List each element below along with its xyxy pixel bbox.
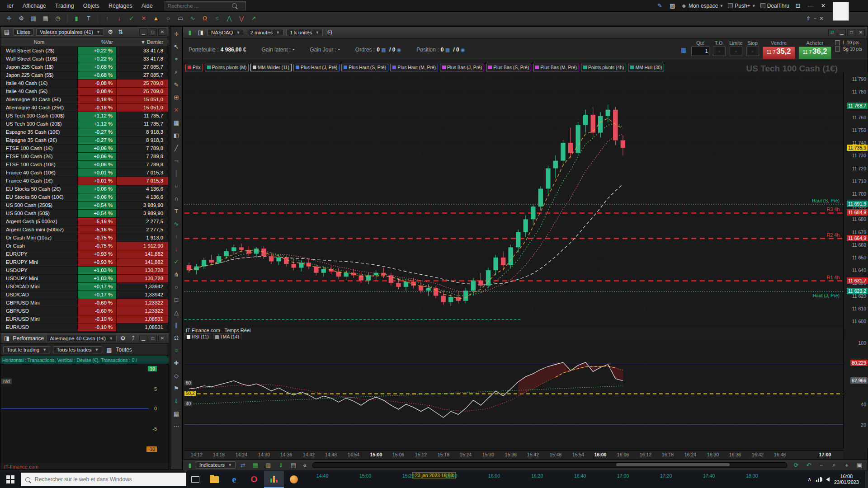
volume-icon[interactable]	[826, 477, 830, 482]
menu-item-trading[interactable]: Trading	[51, 1, 79, 10]
push-toggle[interactable]: Push+ ▼	[728, 3, 755, 9]
watchlist-row[interactable]: USD/CAD+0,17 %1,33942	[0, 291, 169, 299]
quantity-input[interactable]	[691, 47, 709, 56]
rect-icon[interactable]: ▭	[175, 14, 186, 23]
zoom-in-icon[interactable]: +	[841, 460, 852, 470]
triangle-tool-icon[interactable]: △	[171, 306, 182, 319]
watchlist-row[interactable]: France 40 Cash (10€)+0,01 %7 015,3	[0, 169, 169, 177]
watchlist-row[interactable]: EUR/JPY+0,93 %141,882	[0, 250, 169, 258]
watchlist-row[interactable]: Italie 40 Cash (5€)-0,08 %25 709,0	[0, 88, 169, 96]
indicator-chip[interactable]: MM Hull (30)	[628, 64, 664, 71]
buy-button[interactable]: 11 736,2	[799, 47, 831, 59]
fullscreen-icon[interactable]: ▣	[854, 460, 865, 470]
indicator-chip[interactable]: MM Wilder (11)	[250, 64, 292, 71]
taskbar-search[interactable]	[21, 473, 186, 486]
column-nom[interactable]: Nom	[0, 39, 78, 45]
workspace-menu[interactable]: ☻ Mon espace ▼	[681, 3, 723, 9]
watchlist-row[interactable]: US Tech 100 Cash (100$)+1,12 %11 735,7	[0, 112, 169, 120]
zoom-out-icon[interactable]: −	[816, 460, 827, 470]
columns-icon[interactable]: ▥	[28, 14, 39, 23]
grid-tool-icon[interactable]: ▦	[171, 116, 182, 129]
position-eye-icon[interactable]: ◉	[461, 47, 465, 52]
watchlist-row[interactable]: US Tech 100 Cash (20$)+1,12 %11 735,7	[0, 120, 169, 128]
start-button[interactable]	[0, 471, 21, 488]
price-axis[interactable]: 11 60011 61011 62011 63011 64011 65011 6…	[843, 73, 868, 449]
pencil-tool-icon[interactable]: ✎	[171, 78, 182, 91]
x-icon[interactable]: ✕	[138, 14, 149, 23]
orders-list-icon[interactable]: ▦	[381, 47, 386, 52]
more-tool-icon[interactable]: ⋯	[171, 420, 182, 432]
watchlist-row[interactable]: FTSE 100 Cash (1€)+0,06 %7 789,8	[0, 145, 169, 153]
watchlist-row[interactable]: US 500 Cash (250$)+0,54 %3 989,90	[0, 202, 169, 210]
minimize-icon[interactable]: ▁	[139, 335, 147, 342]
info-icon[interactable]: ⊡	[326, 29, 334, 36]
menu-item-objets[interactable]: Objets	[79, 1, 104, 10]
watchlist-row[interactable]: Allemagne 40 Cash (5€)-0,18 %15 051,0	[0, 96, 169, 104]
watchlist-header[interactable]: Nom %Var ▼ Dernier	[0, 38, 169, 47]
instrument-dropdown[interactable]: Allemagne 40 Cash (1€)▼	[46, 335, 117, 342]
menu-search-input[interactable]	[167, 3, 232, 9]
watchlist-row[interactable]: Allemagne 40 Cash (25€)-0,18 %15 051,0	[0, 104, 169, 112]
fibonacci-tool-icon[interactable]: ≡	[171, 179, 182, 192]
column-var[interactable]: %Var	[78, 39, 117, 45]
menu-item-aide[interactable]: Aide	[137, 1, 157, 10]
orders-eye-icon[interactable]: ◉	[397, 47, 401, 52]
trading-filter-dropdown[interactable]: Tout le trading▼	[3, 346, 50, 353]
ellipse-icon[interactable]: ○	[163, 14, 174, 23]
watchlist-row[interactable]: GBP/USD-0,60 %1,23322	[0, 307, 169, 315]
text-tool-icon[interactable]: T	[171, 205, 182, 217]
indicator-chip[interactable]: Plus Bas (J, Pré)	[440, 64, 484, 71]
ellipse-tool-icon[interactable]: ○	[171, 281, 182, 293]
to-button[interactable]: ▫	[713, 47, 726, 56]
indicator-chip[interactable]: Points pivots (M)	[205, 64, 249, 71]
wrench-icon[interactable]: ⚙	[106, 28, 114, 35]
download-icon[interactable]: ⇓	[275, 460, 286, 470]
l-checkbox[interactable]	[835, 40, 840, 45]
app-file-explorer[interactable]	[204, 471, 224, 488]
close-icon[interactable]: ✕	[819, 15, 824, 22]
move-tool-icon[interactable]: ✛	[171, 28, 182, 40]
link-icon[interactable]: ⇄	[828, 29, 836, 36]
filter-icon[interactable]: ⇅	[117, 28, 125, 35]
watchlist-row[interactable]: Japon 225 Cash (5$)+0,68 %27 085,7	[0, 71, 169, 80]
stop-button[interactable]: ▫	[746, 47, 759, 56]
copy-tool-icon[interactable]: ⊞	[171, 91, 182, 103]
scrollbar-thumb[interactable]	[616, 463, 730, 466]
task-view-button[interactable]	[186, 471, 204, 488]
arrow-down-icon[interactable]: ↓	[114, 14, 125, 23]
share-icon[interactable]: ⤴	[129, 335, 137, 342]
watchlist-row[interactable]: Wall Street Cash (10$)+0,22 %33 417,8	[0, 55, 169, 63]
palette-icon[interactable]: ▨	[668, 2, 676, 9]
cursor-tool-icon[interactable]: ↖	[171, 40, 182, 53]
candles-icon[interactable]: ▮	[71, 14, 82, 23]
link-icon[interactable]: ⇄	[237, 460, 248, 470]
position-list-icon[interactable]: ▦	[445, 47, 450, 52]
taskbar-search-input[interactable]	[34, 476, 171, 483]
clock[interactable]: 16:08 23/01/2023	[834, 474, 859, 485]
watchlist-row[interactable]: France 40 Cash (1€)+0,01 %7 015,3	[0, 177, 169, 185]
dates-filter-label[interactable]: Toutes	[116, 347, 132, 353]
timeframe-dropdown[interactable]: 2 minutes▼	[247, 29, 284, 36]
limit-button[interactable]: ▫	[730, 47, 742, 56]
app-edge[interactable]: e	[224, 471, 244, 488]
rsi-chart[interactable]: 6050,240	[184, 339, 843, 449]
window-restore-icon[interactable]: ⊡	[794, 2, 802, 9]
layout-icon[interactable]: ▤	[288, 460, 299, 470]
watchlist-row[interactable]: EU Stocks 50 Cash (2€)+0,06 %4 136,6	[0, 185, 169, 193]
diamond-tool-icon[interactable]: ◇	[171, 369, 182, 382]
menu-item-réglages[interactable]: Réglages	[104, 1, 137, 10]
pitchfork-tool-icon[interactable]: ⋔	[171, 268, 182, 281]
watchlist-row[interactable]: USD/CAD Mini+0,17 %1,33942	[0, 283, 169, 291]
watchlist-row[interactable]: EUR/USD Mini-0,10 %1,08531	[0, 315, 169, 324]
arc-tool-icon[interactable]: ∩	[171, 192, 182, 205]
chart-scrollbar[interactable]	[312, 462, 787, 468]
watchlist-row[interactable]: Espagne 35 Cash (10€)-0,27 %8 918,3	[0, 128, 169, 136]
crosshair-tool-icon[interactable]: ⌖	[171, 53, 182, 66]
refresh-icon[interactable]: ⟳	[791, 460, 802, 470]
listes-button[interactable]: Listes	[13, 28, 34, 36]
scroll-left-icon[interactable]: «	[301, 462, 309, 469]
chart-type-icon[interactable]: ▮	[186, 462, 194, 469]
omega-icon[interactable]: Ω	[199, 14, 210, 23]
clock-icon[interactable]: ◷	[52, 14, 63, 23]
candlestick-chart[interactable]: Haut (S, Pré)R3 4hR2 4hR1 4hHaut (J, Pré…	[184, 73, 843, 328]
